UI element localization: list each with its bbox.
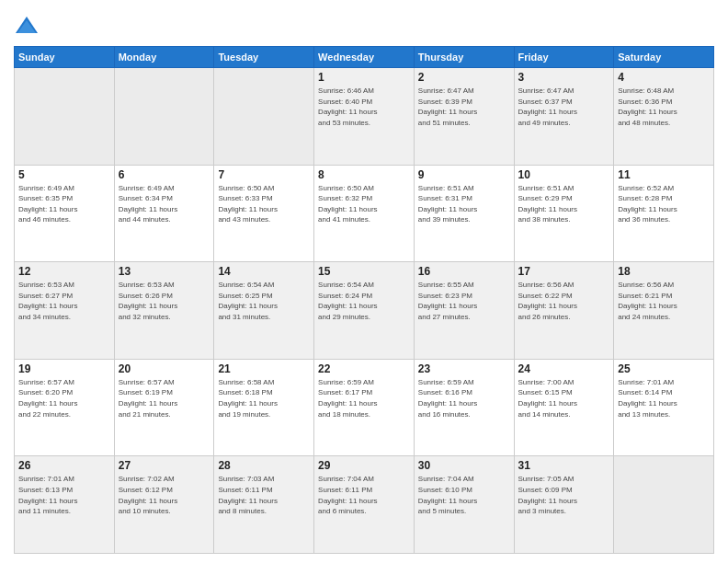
day-number: 3 [518, 71, 610, 84]
day-number: 23 [418, 362, 510, 375]
calendar-cell: 23Sunrise: 6:59 AM Sunset: 6:16 PM Dayli… [414, 359, 514, 456]
calendar-cell: 2Sunrise: 6:47 AM Sunset: 6:39 PM Daylig… [414, 68, 514, 166]
weekday-header: Tuesday [214, 47, 314, 68]
day-number: 7 [218, 168, 310, 181]
day-info: Sunrise: 7:01 AM Sunset: 6:14 PM Dayligh… [618, 377, 710, 419]
day-info: Sunrise: 6:55 AM Sunset: 6:23 PM Dayligh… [418, 280, 510, 322]
calendar-week-row: 1Sunrise: 6:46 AM Sunset: 6:40 PM Daylig… [15, 68, 714, 166]
weekday-header: Friday [514, 47, 614, 68]
day-info: Sunrise: 7:01 AM Sunset: 6:13 PM Dayligh… [18, 474, 110, 516]
day-info: Sunrise: 6:52 AM Sunset: 6:28 PM Dayligh… [618, 183, 710, 225]
header [14, 9, 714, 39]
day-info: Sunrise: 7:04 AM Sunset: 6:11 PM Dayligh… [318, 474, 410, 516]
logo-icon [14, 13, 40, 39]
calendar-cell: 28Sunrise: 7:03 AM Sunset: 6:11 PM Dayli… [214, 456, 314, 554]
day-info: Sunrise: 6:54 AM Sunset: 6:24 PM Dayligh… [318, 280, 410, 322]
day-number: 9 [418, 168, 510, 181]
day-number: 10 [518, 168, 610, 181]
weekday-header: Sunday [15, 47, 115, 68]
day-number: 20 [119, 362, 210, 375]
day-number: 17 [518, 265, 610, 278]
day-info: Sunrise: 6:54 AM Sunset: 6:25 PM Dayligh… [218, 280, 310, 322]
day-number: 26 [18, 459, 110, 472]
day-number: 30 [418, 459, 510, 472]
calendar-cell: 18Sunrise: 6:56 AM Sunset: 6:21 PM Dayli… [614, 262, 714, 360]
day-number: 21 [218, 362, 310, 375]
day-info: Sunrise: 6:56 AM Sunset: 6:22 PM Dayligh… [518, 280, 610, 322]
day-info: Sunrise: 6:47 AM Sunset: 6:39 PM Dayligh… [418, 86, 510, 128]
calendar-cell: 10Sunrise: 6:51 AM Sunset: 6:29 PM Dayli… [514, 165, 614, 262]
calendar-cell: 19Sunrise: 6:57 AM Sunset: 6:20 PM Dayli… [15, 359, 115, 456]
day-number: 15 [318, 265, 410, 278]
calendar-cell: 12Sunrise: 6:53 AM Sunset: 6:27 PM Dayli… [15, 262, 115, 360]
calendar-cell [15, 68, 115, 166]
day-number: 25 [618, 362, 710, 375]
day-info: Sunrise: 6:59 AM Sunset: 6:17 PM Dayligh… [318, 377, 410, 419]
day-number: 18 [618, 265, 710, 278]
day-info: Sunrise: 7:02 AM Sunset: 6:12 PM Dayligh… [119, 474, 210, 516]
calendar-cell: 17Sunrise: 6:56 AM Sunset: 6:22 PM Dayli… [514, 262, 614, 360]
weekday-header: Monday [114, 47, 214, 68]
calendar-cell: 29Sunrise: 7:04 AM Sunset: 6:11 PM Dayli… [314, 456, 415, 554]
day-number: 27 [119, 459, 210, 472]
day-info: Sunrise: 6:56 AM Sunset: 6:21 PM Dayligh… [618, 280, 710, 322]
calendar-cell: 6Sunrise: 6:49 AM Sunset: 6:34 PM Daylig… [114, 165, 214, 262]
calendar-cell: 27Sunrise: 7:02 AM Sunset: 6:12 PM Dayli… [114, 456, 214, 554]
day-info: Sunrise: 6:57 AM Sunset: 6:19 PM Dayligh… [119, 377, 210, 419]
calendar-cell: 14Sunrise: 6:54 AM Sunset: 6:25 PM Dayli… [214, 262, 314, 360]
calendar-cell: 11Sunrise: 6:52 AM Sunset: 6:28 PM Dayli… [614, 165, 714, 262]
day-info: Sunrise: 6:51 AM Sunset: 6:31 PM Dayligh… [418, 183, 510, 225]
calendar-cell: 5Sunrise: 6:49 AM Sunset: 6:35 PM Daylig… [15, 165, 115, 262]
day-info: Sunrise: 6:53 AM Sunset: 6:27 PM Dayligh… [18, 280, 110, 322]
calendar-cell: 31Sunrise: 7:05 AM Sunset: 6:09 PM Dayli… [514, 456, 614, 554]
day-number: 19 [18, 362, 110, 375]
day-number: 31 [518, 459, 610, 472]
day-number: 22 [318, 362, 410, 375]
weekday-header: Wednesday [314, 47, 415, 68]
day-info: Sunrise: 6:48 AM Sunset: 6:36 PM Dayligh… [618, 86, 710, 128]
calendar-cell: 25Sunrise: 7:01 AM Sunset: 6:14 PM Dayli… [614, 359, 714, 456]
day-number: 28 [218, 459, 310, 472]
calendar-cell: 24Sunrise: 7:00 AM Sunset: 6:15 PM Dayli… [514, 359, 614, 456]
day-info: Sunrise: 6:49 AM Sunset: 6:35 PM Dayligh… [18, 183, 110, 225]
calendar-cell: 4Sunrise: 6:48 AM Sunset: 6:36 PM Daylig… [614, 68, 714, 166]
day-info: Sunrise: 6:51 AM Sunset: 6:29 PM Dayligh… [518, 183, 610, 225]
day-number: 4 [618, 71, 710, 84]
calendar-cell: 9Sunrise: 6:51 AM Sunset: 6:31 PM Daylig… [414, 165, 514, 262]
day-number: 1 [318, 71, 410, 84]
weekday-header: Saturday [614, 47, 714, 68]
calendar-cell: 7Sunrise: 6:50 AM Sunset: 6:33 PM Daylig… [214, 165, 314, 262]
page: SundayMondayTuesdayWednesdayThursdayFrid… [0, 0, 728, 563]
weekday-header-row: SundayMondayTuesdayWednesdayThursdayFrid… [15, 47, 714, 68]
calendar-cell: 1Sunrise: 6:46 AM Sunset: 6:40 PM Daylig… [314, 68, 415, 166]
calendar-week-row: 12Sunrise: 6:53 AM Sunset: 6:27 PM Dayli… [15, 262, 714, 360]
day-info: Sunrise: 6:50 AM Sunset: 6:32 PM Dayligh… [318, 183, 410, 225]
calendar-week-row: 5Sunrise: 6:49 AM Sunset: 6:35 PM Daylig… [15, 165, 714, 262]
day-info: Sunrise: 6:47 AM Sunset: 6:37 PM Dayligh… [518, 86, 610, 128]
calendar-cell: 26Sunrise: 7:01 AM Sunset: 6:13 PM Dayli… [15, 456, 115, 554]
day-number: 5 [18, 168, 110, 181]
day-number: 13 [119, 265, 210, 278]
calendar-cell: 15Sunrise: 6:54 AM Sunset: 6:24 PM Dayli… [314, 262, 415, 360]
logo [14, 13, 41, 39]
calendar-cell: 13Sunrise: 6:53 AM Sunset: 6:26 PM Dayli… [114, 262, 214, 360]
day-info: Sunrise: 6:58 AM Sunset: 6:18 PM Dayligh… [218, 377, 310, 419]
day-number: 6 [119, 168, 210, 181]
calendar-cell: 22Sunrise: 6:59 AM Sunset: 6:17 PM Dayli… [314, 359, 415, 456]
day-number: 24 [518, 362, 610, 375]
calendar-table: SundayMondayTuesdayWednesdayThursdayFrid… [14, 46, 714, 554]
calendar-cell: 8Sunrise: 6:50 AM Sunset: 6:32 PM Daylig… [314, 165, 415, 262]
day-number: 12 [18, 265, 110, 278]
day-info: Sunrise: 7:00 AM Sunset: 6:15 PM Dayligh… [518, 377, 610, 419]
day-info: Sunrise: 6:50 AM Sunset: 6:33 PM Dayligh… [218, 183, 310, 225]
day-number: 8 [318, 168, 410, 181]
day-number: 14 [218, 265, 310, 278]
calendar-cell: 21Sunrise: 6:58 AM Sunset: 6:18 PM Dayli… [214, 359, 314, 456]
calendar-cell [214, 68, 314, 166]
day-info: Sunrise: 6:46 AM Sunset: 6:40 PM Dayligh… [318, 86, 410, 128]
calendar-cell: 3Sunrise: 6:47 AM Sunset: 6:37 PM Daylig… [514, 68, 614, 166]
calendar-cell [114, 68, 214, 166]
day-info: Sunrise: 6:57 AM Sunset: 6:20 PM Dayligh… [18, 377, 110, 419]
weekday-header: Thursday [414, 47, 514, 68]
day-info: Sunrise: 7:04 AM Sunset: 6:10 PM Dayligh… [418, 474, 510, 516]
